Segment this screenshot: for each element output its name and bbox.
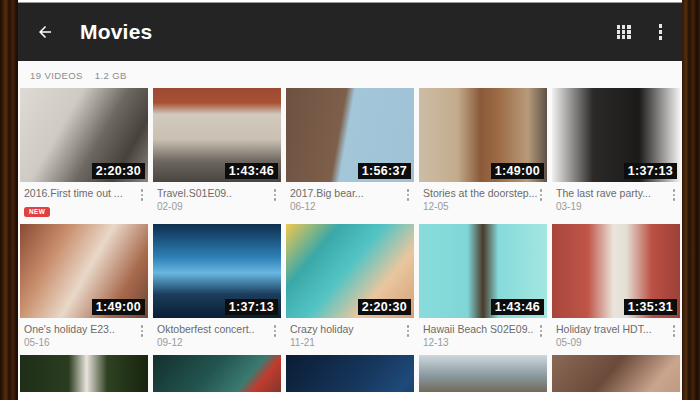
video-date: 12-13 bbox=[423, 336, 537, 349]
video-caption: 2016.First time out ...NEW bbox=[20, 182, 148, 218]
video-thumbnail[interactable]: 1:37:13 bbox=[153, 224, 281, 318]
video-date: 03-19 bbox=[556, 200, 670, 213]
item-menu-icon[interactable] bbox=[670, 323, 679, 339]
video-caption: Travel.S01E09..02-09 bbox=[153, 182, 281, 213]
video-caption: One's holiday E23..05-16 bbox=[20, 318, 148, 349]
video-tile[interactable] bbox=[153, 355, 281, 392]
video-caption: Hawaii Beach S02E09..12-13 bbox=[419, 318, 547, 349]
video-thumbnail[interactable] bbox=[552, 355, 680, 392]
item-menu-icon[interactable] bbox=[670, 187, 679, 203]
video-caption: The last rave party...03-19 bbox=[552, 182, 680, 213]
video-thumbnail[interactable]: 1:56:37 bbox=[286, 88, 414, 182]
video-thumbnail[interactable]: 1:37:13 bbox=[552, 88, 680, 182]
video-tile[interactable]: 1:37:13Oktoberfest concert..09-12 bbox=[153, 224, 281, 349]
video-caption: Holiday travel HDT...05-09 bbox=[552, 318, 680, 349]
back-button[interactable] bbox=[36, 23, 54, 41]
grid-view-icon[interactable] bbox=[617, 25, 631, 39]
page-title: Movies bbox=[80, 20, 152, 44]
item-menu-icon[interactable] bbox=[537, 323, 546, 339]
video-thumbnail[interactable] bbox=[286, 355, 414, 392]
video-tile[interactable]: 1:56:372017.Big bear...06-12 bbox=[286, 88, 414, 218]
video-date: 09-12 bbox=[157, 336, 271, 349]
new-badge: NEW bbox=[24, 207, 50, 217]
video-caption: Crazy holiday11-21 bbox=[286, 318, 414, 349]
caption-text: Hawaii Beach S02E09..12-13 bbox=[423, 323, 537, 349]
video-date: 05-16 bbox=[24, 336, 138, 349]
video-tile[interactable] bbox=[552, 355, 680, 392]
duration-badge: 2:20:30 bbox=[358, 299, 411, 315]
caption-text: Oktoberfest concert..09-12 bbox=[157, 323, 271, 349]
item-menu-icon[interactable] bbox=[404, 323, 413, 339]
video-tile[interactable] bbox=[286, 355, 414, 392]
video-tile[interactable]: 2:20:30Crazy holiday11-21 bbox=[286, 224, 414, 349]
video-tile[interactable] bbox=[419, 355, 547, 392]
caption-text: 2016.First time out ...NEW bbox=[24, 187, 138, 218]
video-tile[interactable]: 1:49:00One's holiday E23..05-16 bbox=[20, 224, 148, 349]
duration-badge: 1:37:13 bbox=[624, 163, 677, 179]
app-screen: Movies 19 VIDEOS 1.2 GB 2:20:302016.Firs… bbox=[18, 2, 682, 392]
duration-badge: 1:37:13 bbox=[225, 299, 278, 315]
toolbar: Movies bbox=[18, 3, 682, 61]
folder-summary: 19 VIDEOS 1.2 GB bbox=[18, 61, 682, 88]
video-title: 2016.First time out ... bbox=[24, 187, 138, 200]
video-title: 2017.Big bear... bbox=[290, 187, 404, 200]
video-caption: 2017.Big bear...06-12 bbox=[286, 182, 414, 213]
video-caption: Oktoberfest concert..09-12 bbox=[153, 318, 281, 349]
duration-badge: 1:43:46 bbox=[225, 163, 278, 179]
video-thumbnail[interactable] bbox=[20, 355, 148, 392]
video-tile[interactable]: 1:35:31Holiday travel HDT...05-09 bbox=[552, 224, 680, 349]
video-title: Stories at the doorstep... bbox=[423, 187, 537, 200]
video-thumbnail[interactable] bbox=[419, 355, 547, 392]
video-date: 05-09 bbox=[556, 336, 670, 349]
video-grid: 2:20:302016.First time out ...NEW1:43:46… bbox=[18, 88, 682, 392]
caption-text: Stories at the doorstep...12-05 bbox=[423, 187, 537, 213]
video-title: Hawaii Beach S02E09.. bbox=[423, 323, 537, 336]
video-tile[interactable] bbox=[20, 355, 148, 392]
video-thumbnail[interactable]: 1:43:46 bbox=[153, 88, 281, 182]
video-caption: Stories at the doorstep...12-05 bbox=[419, 182, 547, 213]
video-thumbnail[interactable]: 1:35:31 bbox=[552, 224, 680, 318]
video-thumbnail[interactable]: 1:49:00 bbox=[20, 224, 148, 318]
video-title: Crazy holiday bbox=[290, 323, 404, 336]
video-tile[interactable]: 1:43:46Hawaii Beach S02E09..12-13 bbox=[419, 224, 547, 349]
duration-badge: 2:20:30 bbox=[92, 163, 145, 179]
item-menu-icon[interactable] bbox=[138, 187, 147, 203]
item-menu-icon[interactable] bbox=[138, 323, 147, 339]
video-count: 19 VIDEOS bbox=[30, 70, 83, 81]
caption-text: One's holiday E23..05-16 bbox=[24, 323, 138, 349]
video-thumbnail[interactable]: 1:49:00 bbox=[419, 88, 547, 182]
duration-badge: 1:49:00 bbox=[92, 299, 145, 315]
video-tile[interactable]: 2:20:302016.First time out ...NEW bbox=[20, 88, 148, 218]
video-tile[interactable]: 1:43:46Travel.S01E09..02-09 bbox=[153, 88, 281, 218]
total-size: 1.2 GB bbox=[95, 70, 127, 81]
duration-badge: 1:49:00 bbox=[491, 163, 544, 179]
video-date: 02-09 bbox=[157, 200, 271, 213]
caption-text: Travel.S01E09..02-09 bbox=[157, 187, 271, 213]
item-menu-icon[interactable] bbox=[271, 323, 280, 339]
video-title: Travel.S01E09.. bbox=[157, 187, 271, 200]
video-thumbnail[interactable]: 1:43:46 bbox=[419, 224, 547, 318]
duration-badge: 1:56:37 bbox=[358, 163, 411, 179]
caption-text: Holiday travel HDT...05-09 bbox=[556, 323, 670, 349]
video-title: Oktoberfest concert.. bbox=[157, 323, 271, 336]
caption-text: The last rave party...03-19 bbox=[556, 187, 670, 213]
video-tile[interactable]: 1:49:00Stories at the doorstep...12-05 bbox=[419, 88, 547, 218]
video-date: 12-05 bbox=[423, 200, 537, 213]
back-arrow-icon bbox=[36, 23, 54, 41]
item-menu-icon[interactable] bbox=[404, 187, 413, 203]
video-tile[interactable]: 1:37:13The last rave party...03-19 bbox=[552, 88, 680, 218]
caption-text: 2017.Big bear...06-12 bbox=[290, 187, 404, 213]
overflow-menu-icon[interactable] bbox=[657, 22, 665, 42]
caption-text: Crazy holiday11-21 bbox=[290, 323, 404, 349]
item-menu-icon[interactable] bbox=[537, 187, 546, 203]
duration-badge: 1:43:46 bbox=[491, 299, 544, 315]
video-title: Holiday travel HDT... bbox=[556, 323, 670, 336]
video-thumbnail[interactable]: 2:20:30 bbox=[286, 224, 414, 318]
video-date: 11-21 bbox=[290, 336, 404, 349]
video-thumbnail[interactable] bbox=[153, 355, 281, 392]
video-date: 06-12 bbox=[290, 200, 404, 213]
item-menu-icon[interactable] bbox=[271, 187, 280, 203]
video-title: The last rave party... bbox=[556, 187, 670, 200]
duration-badge: 1:35:31 bbox=[624, 299, 677, 315]
video-thumbnail[interactable]: 2:20:30 bbox=[20, 88, 148, 182]
